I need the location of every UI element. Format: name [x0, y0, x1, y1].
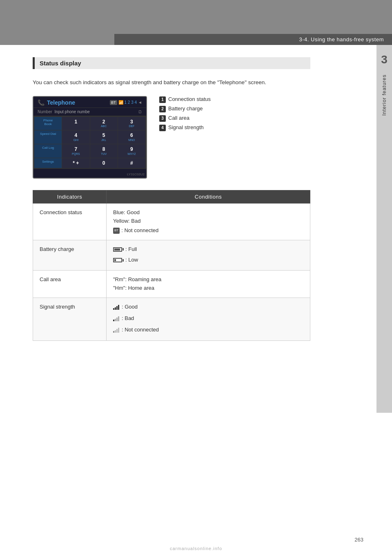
- tel-number-row: Number Input phone numbe 🗋: [33, 108, 146, 116]
- signal-none-text: : Not connected: [122, 326, 159, 334]
- signal-none-icon: [113, 327, 119, 333]
- condition-not-connected-icon: BT : Not connected: [113, 226, 158, 235]
- main-content: Status display You can check such indica…: [33, 57, 368, 374]
- legend-label-4: Signal strength: [168, 124, 204, 130]
- tel-key-calllog: Call Log: [34, 144, 62, 158]
- page-number: 263: [354, 537, 363, 543]
- tel-key-hash: #: [118, 158, 145, 168]
- legend-label-1: Connection status: [168, 96, 211, 102]
- tel-key-star: * +: [62, 158, 89, 168]
- telephone-screen: 📞 Telephone BT 📶 1 2 3 4 ◄ Number Input …: [33, 96, 147, 179]
- table-row-connection-status: Connection status Blue: Good Yellow: Bad…: [33, 204, 310, 240]
- legend-label-2: Battery charge: [168, 105, 203, 112]
- status-display-title: Status display: [40, 60, 81, 67]
- condition-blue-good: Blue: Good: [113, 209, 140, 215]
- legend-list: 1 Connection status 2 Battery charge 3 C…: [159, 96, 211, 134]
- legend-item-1: 1 Connection status: [159, 96, 211, 103]
- tel-key-0: 0: [90, 158, 118, 168]
- tel-title: 📞 Telephone: [38, 99, 75, 106]
- tel-keypad: PhoneBook 1 2ABC 3DEF Speed Dial 4GHI 5J…: [33, 116, 146, 169]
- legend-num-4: 4: [159, 125, 166, 131]
- top-bar: 3-4. Using the hands-free system: [0, 0, 392, 45]
- tel-key-7: 7PQRS: [62, 144, 89, 158]
- tel-key-3: 3DEF: [118, 117, 145, 130]
- legend-num-3: 3: [159, 115, 166, 122]
- bt-disconnected-icon: BT: [113, 228, 120, 234]
- tel-key-settings: Settings: [34, 158, 62, 168]
- intro-text-content: You can check such indicators as signal …: [33, 79, 266, 85]
- conditions-connection-status: Blue: Good Yellow: Bad BT : Not connecte…: [107, 204, 310, 240]
- tel-status-icons: BT 📶 1 2 3 4 ◄: [110, 100, 142, 105]
- condition-roaming: "Rm": Roaming area: [113, 276, 161, 282]
- legend-num-2: 2: [159, 106, 166, 112]
- tel-key-phonebook: PhoneBook: [34, 117, 62, 130]
- intro-paragraph: You can check such indicators as signal …: [33, 78, 310, 87]
- condition-home: "Hm": Home area: [113, 285, 154, 291]
- tel-key-4: 4GHI: [62, 130, 89, 144]
- tab-numbers: 1 2 3 4: [125, 100, 137, 105]
- battery-low-text: : Low: [125, 256, 138, 264]
- condition-not-connected-text: : Not connected: [121, 226, 158, 235]
- indicator-connection-status: Connection status: [33, 204, 107, 240]
- tel-key-1: 1: [62, 117, 89, 130]
- condition-battery-full-row: : Full: [113, 245, 137, 254]
- conditions-signal-strength: : Good : Bad: [107, 298, 310, 341]
- signal-icon-small: 📶: [118, 100, 123, 105]
- col-header-indicators: Indicators: [33, 190, 107, 204]
- back-arrow: ◄: [138, 100, 142, 105]
- sidebar-number: 3: [381, 53, 388, 66]
- tel-key-5: 5JKL: [90, 130, 118, 144]
- section-header: 3-4. Using the hands-free system: [114, 34, 392, 45]
- indicator-battery-charge: Battery charge: [33, 240, 107, 270]
- tel-phone-icon: 📞: [38, 99, 45, 106]
- condition-signal-good-row: : Good: [113, 303, 138, 311]
- tel-key-speeddial: Speed Dial: [34, 130, 62, 144]
- tel-number-label: Number: [38, 110, 52, 114]
- tel-image-code: LY31C02U2: [127, 172, 145, 176]
- tel-icon-right: 🗋: [138, 110, 142, 114]
- legend-item-2: 2 Battery charge: [159, 105, 211, 112]
- legend-num-1: 1: [159, 96, 166, 103]
- battery-low-icon: [113, 258, 124, 262]
- right-sidebar: 3 Interior features: [376, 45, 392, 413]
- sidebar-label: Interior features: [381, 74, 387, 116]
- table-row-call-area: Call area "Rm": Roaming area "Hm": Home …: [33, 271, 310, 298]
- signal-good-text: : Good: [122, 303, 138, 311]
- bt-icon: BT: [110, 100, 117, 105]
- conditions-call-area: "Rm": Roaming area "Hm": Home area: [107, 271, 310, 298]
- col-header-conditions: Conditions: [107, 190, 310, 204]
- indicator-call-area: Call area: [33, 271, 107, 298]
- table-row-signal-strength: Signal strength : Good: [33, 298, 310, 341]
- screen-legend-row: 📞 Telephone BT 📶 1 2 3 4 ◄ Number Input …: [33, 96, 318, 179]
- indicator-signal-strength: Signal strength: [33, 298, 107, 341]
- battery-full-text: : Full: [125, 245, 137, 254]
- tel-number-input: Input phone numbe: [55, 110, 136, 114]
- conditions-battery-charge: : Full : Low: [107, 240, 310, 270]
- tel-footer: LY31C02U2: [33, 169, 146, 178]
- signal-bad-icon: [113, 316, 119, 321]
- tel-key-8: 8TUV: [90, 144, 118, 158]
- condition-signal-none-row: : Not connected: [113, 326, 159, 334]
- tel-key-6: 6MNO: [118, 130, 145, 144]
- table-row-battery-charge: Battery charge : Full: [33, 240, 310, 270]
- section-header-text: 3-4. Using the hands-free system: [299, 36, 384, 43]
- legend-label-3: Call area: [168, 115, 189, 121]
- tel-header: 📞 Telephone BT 📶 1 2 3 4 ◄: [33, 97, 146, 108]
- legend-item-3: 3 Call area: [159, 115, 211, 122]
- legend-item-4: 4 Signal strength: [159, 124, 211, 131]
- tel-key-2: 2ABC: [90, 117, 118, 130]
- watermark: carmanualsonline.info: [170, 546, 222, 551]
- tel-title-text: Telephone: [47, 99, 75, 106]
- battery-full-icon: [113, 247, 124, 252]
- condition-battery-low-row: : Low: [113, 256, 138, 264]
- signal-good-icon: [113, 304, 119, 310]
- condition-yellow-bad: Yellow: Bad: [113, 218, 140, 224]
- status-display-section: Status display: [33, 57, 310, 69]
- signal-bad-text: : Bad: [122, 314, 134, 323]
- tel-key-9: 9WXYZ: [118, 144, 145, 158]
- indicators-table: Indicators Conditions Connection status …: [33, 190, 310, 341]
- condition-signal-bad-row: : Bad: [113, 314, 134, 323]
